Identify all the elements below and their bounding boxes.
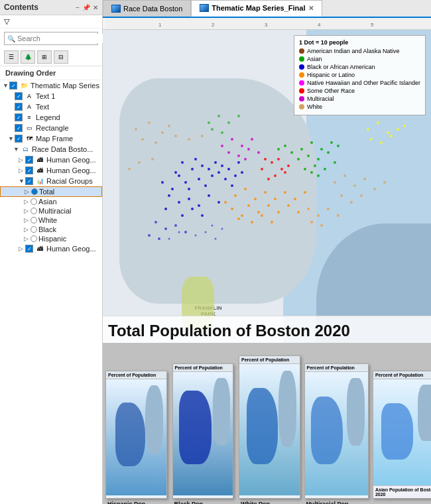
- grid-view-btn[interactable]: ⊞: [37, 50, 52, 64]
- tree-item-race-data[interactable]: ▼ 🗂 Race Data Bosto...: [0, 144, 102, 155]
- radio-black[interactable]: [31, 226, 37, 233]
- svg-point-117: [244, 158, 247, 160]
- checkbox-thematic[interactable]: ✓: [9, 82, 17, 90]
- svg-point-109: [221, 145, 223, 147]
- svg-point-110: [231, 138, 233, 141]
- checkbox-racial-groups[interactable]: ✓: [25, 177, 33, 185]
- legend-item-1: Asian: [299, 56, 420, 62]
- svg-point-23: [227, 168, 230, 170]
- tree-item-legend[interactable]: ✓ ≡ Legend: [0, 112, 102, 123]
- tree-item-rectangle[interactable]: ✓ ▭ Rectangle: [0, 123, 102, 133]
- svg-point-150: [403, 125, 406, 127]
- tab-close-icon[interactable]: ✕: [308, 5, 314, 12]
- pin-icon[interactable]: 📌: [82, 4, 90, 11]
- text2-icon: A: [24, 102, 34, 111]
- checkbox-humangeo2[interactable]: ✓: [25, 166, 33, 174]
- svg-point-96: [360, 194, 363, 197]
- radio-total[interactable]: [31, 188, 38, 195]
- tree-item-total[interactable]: ▷ Total: [0, 186, 102, 197]
- map-title-bar: Total Population of Boston 2020: [103, 316, 431, 343]
- checkbox-rectangle[interactable]: ✓: [15, 124, 23, 132]
- svg-point-81: [161, 131, 164, 134]
- svg-point-26: [237, 161, 240, 164]
- minimize-icon[interactable]: −: [76, 4, 80, 11]
- tree-item-racial-groups[interactable]: ▼ ✓ 📊 Racial Groups: [0, 176, 102, 186]
- filter-icon[interactable]: ▽: [4, 17, 9, 26]
- tree-item-human-geo2[interactable]: ▷ ✓ 🏙 Human Geog...: [0, 165, 102, 176]
- close-icon[interactable]: ✕: [93, 4, 98, 11]
- tab-thematic-map[interactable]: Thematic Map Series_Final ✕: [191, 0, 322, 17]
- thumb-asian-header: Percent of Population: [373, 371, 431, 379]
- humangeo3-icon: 🏙: [34, 244, 45, 253]
- radio-hispanic[interactable]: [31, 235, 37, 242]
- tree-item-map-frame[interactable]: ▼ ✓ 🗺 Map Frame: [0, 133, 102, 144]
- tree-item-human-geo1[interactable]: ▷ ✓ 🏙 Human Geog...: [0, 155, 102, 165]
- tree-item-thematic-map-series[interactable]: ▼ ✓ 📁 Thematic Map Series: [0, 80, 102, 91]
- svg-point-88: [363, 178, 366, 180]
- thumb-multiracial[interactable]: Percent of Population Multiracial Pop: [304, 363, 369, 499]
- svg-point-97: [174, 135, 177, 137]
- svg-point-54: [241, 214, 243, 217]
- svg-point-33: [217, 201, 220, 204]
- svg-point-116: [257, 151, 260, 154]
- svg-point-83: [154, 141, 157, 144]
- checkbox-humangeo3[interactable]: ✓: [25, 245, 33, 253]
- svg-point-63: [320, 148, 323, 151]
- checkbox-mapframe[interactable]: ✓: [15, 135, 23, 143]
- tree-item-human-geo3[interactable]: ▷ ✓ 🏙 Human Geog...: [0, 243, 102, 254]
- thumb-white-label: White Pop: [241, 501, 270, 504]
- svg-point-87: [353, 184, 356, 187]
- legend-dot-5: [299, 88, 304, 94]
- checkbox-text1[interactable]: ✓: [15, 92, 23, 100]
- svg-point-111: [241, 145, 243, 147]
- humangeo1-label: Human Geog...: [46, 156, 96, 164]
- radio-multiracial[interactable]: [31, 208, 37, 214]
- radio-asian[interactable]: [31, 198, 37, 205]
- table-view-btn[interactable]: ⊟: [54, 50, 68, 64]
- svg-point-68: [337, 145, 339, 147]
- svg-point-69: [314, 164, 316, 167]
- tree-item-black[interactable]: ▷ Black: [0, 225, 102, 234]
- list-view-btn[interactable]: ☰: [4, 50, 19, 64]
- legend-item-3: Hispanic or Latino: [299, 72, 420, 78]
- svg-point-114: [237, 155, 240, 157]
- svg-point-76: [290, 151, 293, 154]
- svg-text:4: 4: [318, 22, 321, 28]
- tab-race-data-icon: [111, 5, 121, 13]
- tab-race-data[interactable]: Race Data Boston: [103, 0, 191, 17]
- thumb-multiracial-map: [305, 372, 368, 495]
- svg-point-100: [261, 168, 263, 170]
- tree-container: ▼ ✓ 📁 Thematic Map Series ✓ A Text 1 ✓ A…: [0, 80, 102, 504]
- checkbox-humangeo1[interactable]: ✓: [25, 156, 33, 164]
- svg-point-55: [251, 221, 253, 223]
- thumb-hispanic-label: Hispanic Pop: [107, 501, 145, 504]
- thumb-asian[interactable]: Percent of Population Asian Population o…: [373, 371, 431, 499]
- thumb-white[interactable]: Percent of Population White Pop: [239, 355, 300, 499]
- ruler-svg: 1 2 3 4 5: [105, 18, 431, 30]
- svg-point-149: [397, 128, 399, 131]
- humangeo3-label: Human Geog...: [46, 245, 96, 253]
- map-content: 1 Dot = 10 people American Indian and Al…: [103, 30, 431, 504]
- checkbox-text[interactable]: ✓: [15, 103, 23, 111]
- checkbox-legend[interactable]: ✓: [15, 113, 23, 121]
- svg-point-139: [212, 225, 214, 227]
- tree-item-text[interactable]: ✓ A Text: [0, 101, 102, 112]
- svg-point-118: [154, 221, 157, 223]
- tree-item-hispanic[interactable]: ▷ Hispanic: [0, 234, 102, 243]
- svg-point-18: [211, 174, 214, 177]
- racial-groups-icon: 📊: [34, 176, 45, 186]
- radio-white[interactable]: [31, 217, 37, 223]
- tree-item-white[interactable]: ▷ White: [0, 216, 102, 225]
- tree-view-btn[interactable]: 🌲: [21, 50, 35, 64]
- thumb-hispanic[interactable]: Percent of Population Hispanic Pop: [105, 371, 167, 499]
- search-input[interactable]: [15, 34, 111, 43]
- main-area: Race Data Boston Thematic Map Series_Fin…: [103, 0, 431, 504]
- tree-item-text1[interactable]: ✓ A Text 1: [0, 91, 102, 101]
- white-label: White: [38, 216, 57, 224]
- tree-item-asian[interactable]: ▷ Asian: [0, 197, 102, 206]
- thumb-black[interactable]: Percent of Population Black Pop: [172, 363, 234, 499]
- legend-label-5: Some Other Race: [307, 88, 355, 94]
- svg-point-44: [274, 198, 277, 200]
- tree-item-multiracial[interactable]: ▷ Multiracial: [0, 206, 102, 216]
- svg-point-17: [204, 184, 207, 187]
